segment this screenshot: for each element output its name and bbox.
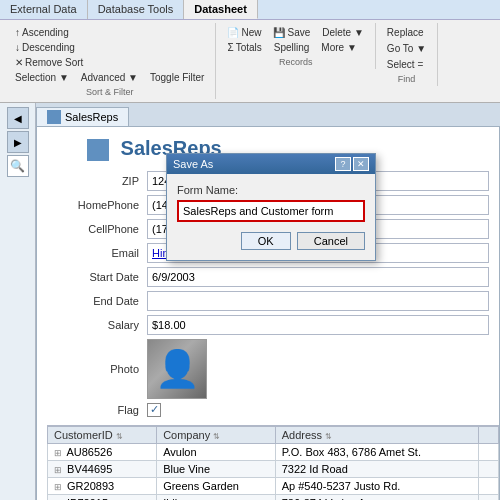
left-nav: ◀ ▶ 🔍 xyxy=(0,103,36,500)
content-area: SalesReps SalesReps ZIP HomePhone CellPh… xyxy=(36,103,500,500)
goto-button[interactable]: Go To ▼ xyxy=(382,41,431,56)
dialog-title-bar: Save As ? ✕ xyxy=(167,154,375,174)
sort-filter-row3: ✕ Remove Sort xyxy=(10,55,88,70)
records-row2: Σ Totals Spelling More ▼ xyxy=(222,40,361,55)
find-group-label: Find xyxy=(382,74,431,84)
save-icon: 💾 xyxy=(273,27,285,38)
find-col: Replace Go To ▼ Select = xyxy=(382,25,431,72)
sort-filter-row2: ↓ Descending xyxy=(10,40,80,55)
nav-search-button[interactable]: 🔍 xyxy=(7,155,29,177)
spelling-button[interactable]: Spelling xyxy=(269,40,315,55)
totals-icon: Σ xyxy=(227,42,233,53)
select-button[interactable]: Select = xyxy=(382,57,431,72)
new-button[interactable]: 📄 New xyxy=(222,25,266,40)
descending-icon: ↓ xyxy=(15,42,20,53)
new-icon: 📄 xyxy=(227,27,239,38)
dialog-title-controls: ? ✕ xyxy=(335,157,369,171)
ascending-icon: ↑ xyxy=(15,27,20,38)
dialog-ok-button[interactable]: OK xyxy=(241,232,291,250)
nav-collapse-button[interactable]: ◀ xyxy=(7,107,29,129)
ribbon: External Data Database Tools Datasheet ↑… xyxy=(0,0,500,103)
remove-sort-icon: ✕ xyxy=(15,57,23,68)
ascending-button[interactable]: ↑ Ascending xyxy=(10,25,74,40)
save-button[interactable]: 💾 Save xyxy=(268,25,315,40)
sort-filter-group-label: Sort & Filter xyxy=(10,87,209,97)
sort-filter-row4: Selection ▼ Advanced ▼ Toggle Filter xyxy=(10,70,209,85)
dialog-buttons: OK Cancel xyxy=(177,232,365,250)
nav-expand-button[interactable]: ▶ xyxy=(7,131,29,153)
dialog-body: Form Name: OK Cancel xyxy=(167,174,375,260)
descending-button[interactable]: ↓ Descending xyxy=(10,40,80,55)
form-name-label: Form Name: xyxy=(177,184,365,196)
ribbon-content: ↑ Ascending ↓ Descending ✕ Remove Sort S… xyxy=(0,20,500,102)
selection-button[interactable]: Selection ▼ xyxy=(10,70,74,85)
save-as-dialog: Save As ? ✕ Form Name: OK Cancel xyxy=(166,153,376,261)
dialog-cancel-button[interactable]: Cancel xyxy=(297,232,365,250)
toggle-filter-button[interactable]: Toggle Filter xyxy=(145,70,209,85)
tab-external-data[interactable]: External Data xyxy=(0,0,88,19)
form-name-input[interactable] xyxy=(177,200,365,222)
more-button[interactable]: More ▼ xyxy=(316,40,361,55)
ribbon-group-records: 📄 New 💾 Save Delete ▼ Σ Totals Spelling xyxy=(216,23,375,69)
tab-database-tools[interactable]: Database Tools xyxy=(88,0,185,19)
records-row1: 📄 New 💾 Save Delete ▼ xyxy=(222,25,368,40)
main-area: ◀ ▶ 🔍 SalesReps SalesReps ZIP HomePhone xyxy=(0,103,500,500)
delete-button[interactable]: Delete ▼ xyxy=(317,25,369,40)
dialog-title: Save As xyxy=(173,158,213,170)
sort-filter-row1: ↑ Ascending xyxy=(10,25,74,40)
dialog-overlay: Save As ? ✕ Form Name: OK Cancel xyxy=(36,103,500,500)
dialog-close-button[interactable]: ✕ xyxy=(353,157,369,171)
dialog-help-button[interactable]: ? xyxy=(335,157,351,171)
remove-sort-button[interactable]: ✕ Remove Sort xyxy=(10,55,88,70)
records-group-label: Records xyxy=(222,57,368,67)
ribbon-group-find: Replace Go To ▼ Select = Find xyxy=(376,23,438,86)
tab-datasheet[interactable]: Datasheet xyxy=(184,0,258,19)
totals-button[interactable]: Σ Totals xyxy=(222,40,266,55)
ribbon-group-sort-filter: ↑ Ascending ↓ Descending ✕ Remove Sort S… xyxy=(4,23,216,99)
replace-button[interactable]: Replace xyxy=(382,25,431,40)
advanced-button[interactable]: Advanced ▼ xyxy=(76,70,143,85)
ribbon-tab-strip: External Data Database Tools Datasheet xyxy=(0,0,500,20)
